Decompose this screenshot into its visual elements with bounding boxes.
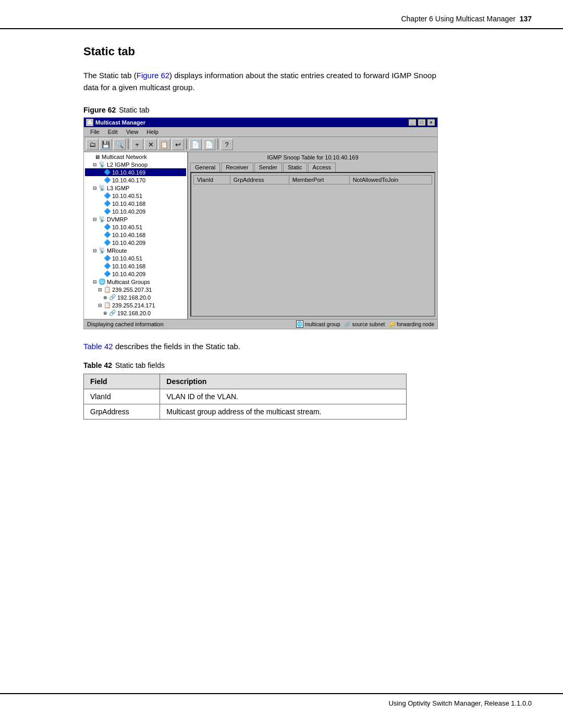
tree-label-192-a: 192.168.20.0 — [117, 294, 151, 301]
tree-label-l3-209: 10.10.40.209 — [112, 208, 145, 215]
table-ref-suffix: describes the fields in the Static tab. — [115, 342, 240, 351]
tree-expand-192-b: ⊕ — [103, 311, 108, 316]
tree-label-169: 10.10.40.169 — [112, 169, 145, 176]
grid-col-notallowed: NotAllowedToJoin — [349, 176, 432, 184]
tree-item-10-10-40-170[interactable]: 🔷 10.10.40.170 — [85, 176, 186, 184]
window-app-icon: 🖧 — [86, 119, 93, 126]
tree-icon-192-b: 🔗 — [109, 310, 116, 316]
tree-expand-groups: ⊟ — [92, 279, 97, 285]
tree-item-l3-igmp[interactable]: ⊟ 📡 L3 IGMP — [85, 184, 186, 192]
header-page-number: 137 — [520, 15, 532, 23]
toolbar-copy-button[interactable]: 📋 — [158, 139, 170, 150]
tree-label-mroute: MRoute — [107, 248, 127, 254]
tree-label-mroute-51: 10.10.40.51 — [112, 255, 142, 262]
tab-sender[interactable]: Sender — [254, 163, 282, 172]
window-menubar: File Edit View Help — [84, 127, 437, 137]
tree-label-mroute-209: 10.10.40.209 — [112, 271, 145, 277]
tree-item-dvmrp-168[interactable]: 🔷 10.10.40.168 — [85, 231, 186, 239]
toolbar-delete-button[interactable]: ✕ — [144, 139, 157, 150]
maximize-button[interactable]: □ — [418, 119, 426, 126]
page-header: Chapter 6 Using Multicast Manager 137 — [0, 0, 563, 29]
tree-icon-170: 🔷 — [104, 177, 111, 183]
tree-item-group-239-214[interactable]: ⊟ 📋 239.255.214.171 — [85, 301, 186, 309]
minimize-button[interactable]: _ — [408, 119, 417, 126]
tree-item-dvmrp-51[interactable]: 🔷 10.10.40.51 — [85, 223, 186, 231]
grid-col-grpaddress: GrpAddress — [230, 176, 289, 184]
table-ref-link[interactable]: Table 42 — [83, 342, 113, 351]
tree-expand-239-207: ⊟ — [97, 287, 103, 292]
window-title: Multicast Manager — [95, 119, 145, 126]
tree-icon-dvmrp-209: 🔷 — [104, 239, 111, 246]
menu-edit[interactable]: Edit — [104, 128, 122, 135]
window-statusbar: Displaying cached information 🌐 multicas… — [84, 319, 437, 329]
legend-multicast-label: multicast group — [305, 322, 340, 327]
tab-content-static: VlanId GrpAddress MemberPort NotAllowedT… — [190, 172, 435, 317]
tree-item-multicast-network[interactable]: 🖥 Multicast Network — [85, 153, 186, 161]
tree-icon-l2: 📡 — [99, 161, 106, 168]
tree-icon-l3: 📡 — [99, 184, 106, 191]
tab-general[interactable]: General — [190, 163, 220, 172]
menu-view[interactable]: View — [122, 128, 143, 135]
tree-item-group-239-207[interactable]: ⊟ 📋 239.255.207.31 — [85, 286, 186, 293]
toolbar-open-button[interactable]: 🗂 — [86, 139, 99, 150]
toolbar-search-button[interactable]: 🔍 — [113, 139, 126, 150]
tab-bar: General Receiver Sender Static Access — [190, 163, 435, 172]
tree-label-multicast-groups: Multicast Groups — [107, 279, 150, 285]
window-titlebar: 🖧 Multicast Manager _ □ × — [84, 118, 437, 127]
tree-icon-l3-209: 🔷 — [104, 208, 111, 215]
tree-item-192-168-20-0-b[interactable]: ⊕ 🔗 192.168.20.0 — [85, 309, 186, 317]
statusbar-legend: 🌐 multicast group 🔗 source subnet 🔑 forw… — [296, 320, 434, 328]
tab-access[interactable]: Access — [308, 163, 336, 172]
tree-item-dvmrp-209[interactable]: 🔷 10.10.40.209 — [85, 239, 186, 246]
tree-item-l2-igmp[interactable]: ⊟ 📡 L2 IGMP Snoop — [85, 161, 186, 168]
toolbar-page1-button[interactable]: 📄 — [189, 139, 202, 150]
table-row: VlanIdVLAN ID of the VLAN. — [84, 389, 407, 404]
tree-icon-239-214: 📋 — [104, 302, 111, 309]
tree-item-l3-51[interactable]: 🔷 10.10.40.51 — [85, 192, 186, 200]
tree-icon-l3-168: 🔷 — [104, 200, 111, 207]
tree-expand-l3: ⊟ — [92, 186, 97, 191]
tree-item-dvmrp[interactable]: ⊟ 📡 DVMRP — [85, 215, 186, 223]
tab-static[interactable]: Static — [283, 163, 307, 172]
toolbar-undo-button[interactable]: ↩ — [172, 139, 184, 150]
titlebar-left: 🖧 Multicast Manager — [86, 119, 145, 126]
table-cell-field: VlanId — [84, 389, 160, 404]
tree-label-dvmrp: DVMRP — [107, 216, 128, 223]
tree-expand-239-214: ⊟ — [97, 303, 103, 308]
doc-table-col-description: Description — [160, 374, 407, 389]
tree-item-10-10-40-169[interactable]: 🔷 10.10.40.169 — [85, 168, 186, 176]
tree-label-multicast-network: Multicast Network — [102, 154, 147, 160]
tree-item-mroute[interactable]: ⊟ 📡 MRoute — [85, 246, 186, 254]
tree-icon-dvmrp: 📡 — [99, 216, 106, 223]
toolbar-page2-button[interactable]: 📄 — [203, 139, 215, 150]
tree-item-l3-168[interactable]: 🔷 10.10.40.168 — [85, 200, 186, 207]
close-button[interactable]: × — [427, 119, 435, 126]
tree-label-dvmrp-209: 10.10.40.209 — [112, 240, 145, 246]
body-paragraph: The Static tab (Figure 62) displays info… — [83, 70, 448, 93]
doc-table: Field Description VlanIdVLAN ID of the V… — [83, 374, 407, 419]
main-content: Static tab The Static tab (Figure 62) di… — [0, 29, 563, 456]
table-label-normal: Static tab fields — [115, 361, 165, 369]
toolbar-save-button[interactable]: 💾 — [100, 139, 112, 150]
tree-item-mroute-209[interactable]: 🔷 10.10.40.209 — [85, 270, 186, 278]
right-panel: IGMP Snoop Table for 10.10.40.169 Genera… — [188, 152, 437, 319]
panel-title: IGMP Snoop Table for 10.10.40.169 — [190, 154, 435, 161]
tree-item-mroute-51[interactable]: 🔷 10.10.40.51 — [85, 254, 186, 262]
tree-item-l3-209[interactable]: 🔷 10.10.40.209 — [85, 207, 186, 215]
doc-table-col-field: Field — [84, 374, 160, 389]
menu-help[interactable]: Help — [142, 128, 163, 135]
toolbar-help-button[interactable]: ? — [221, 139, 233, 150]
grid-col-memberport: MemberPort — [289, 176, 349, 184]
toolbar-add-button[interactable]: + — [131, 139, 143, 150]
tab-receiver[interactable]: Receiver — [221, 163, 253, 172]
figure-link[interactable]: Figure 62 — [137, 71, 169, 80]
static-grid: VlanId GrpAddress MemberPort NotAllowedT… — [193, 175, 432, 184]
table-cell-description: VLAN ID of the VLAN. — [160, 389, 407, 404]
tree-item-multicast-groups[interactable]: ⊟ 🌐 Multicast Groups — [85, 278, 186, 286]
tree-item-192-168-20-0-a[interactable]: ⊕ 🔗 192.168.20.0 — [85, 293, 186, 301]
menu-file[interactable]: File — [86, 128, 104, 135]
tree-icon-l3-51: 🔷 — [104, 192, 111, 199]
figure-label-normal: Static tab — [119, 106, 149, 114]
legend-source-subnet: 🔗 source subnet — [344, 322, 385, 327]
tree-item-mroute-168[interactable]: 🔷 10.10.40.168 — [85, 262, 186, 270]
